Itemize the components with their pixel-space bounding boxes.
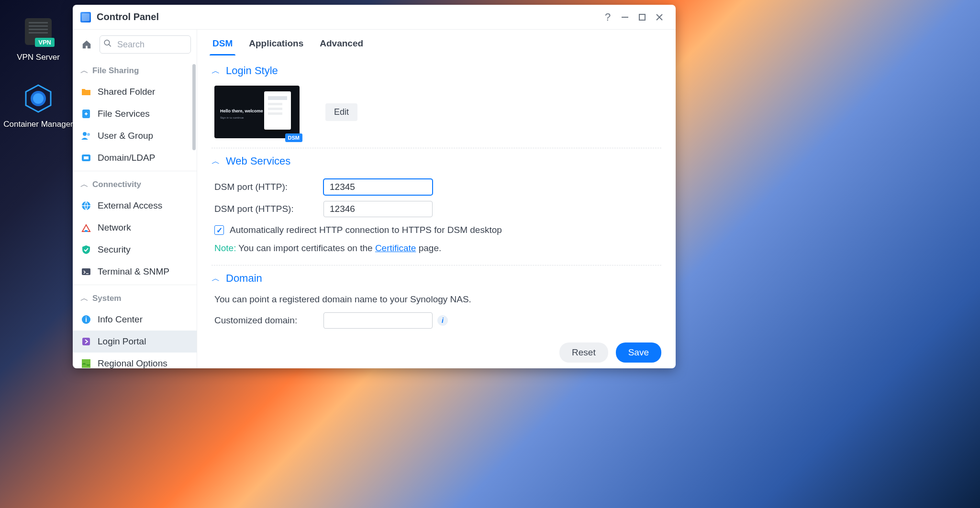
search-input[interactable]: [100, 35, 191, 54]
sidebar-item-terminal-snmp[interactable]: Terminal & SNMP: [73, 261, 197, 283]
svg-point-2: [33, 93, 44, 104]
certificate-link[interactable]: Certificate: [375, 243, 416, 253]
chevron-up-icon: ︿: [212, 155, 220, 167]
svg-rect-14: [82, 268, 90, 275]
chevron-up-icon: ︿: [212, 65, 220, 77]
svg-point-9: [87, 133, 90, 136]
tab-applications[interactable]: Applications: [248, 34, 304, 55]
shield-icon: [80, 244, 92, 255]
section-domain: ︿ Domain You can point a registered doma…: [212, 265, 661, 337]
svg-rect-17: [82, 338, 90, 345]
svg-point-8: [83, 132, 87, 136]
info-icon: i: [80, 314, 92, 325]
customized-domain-input[interactable]: [323, 312, 433, 329]
folder-icon: [80, 86, 92, 98]
sidebar-item-label: Login Portal: [98, 336, 146, 347]
section-title: Domain: [226, 272, 262, 285]
https-port-input[interactable]: [323, 201, 433, 217]
customized-domain-label: Customized domain:: [214, 315, 323, 326]
network-icon: [80, 222, 92, 233]
desktop-icon-container-manager[interactable]: Container Manager: [5, 81, 72, 129]
help-button[interactable]: ?: [599, 9, 616, 26]
sidebar-item-shared-folder[interactable]: Shared Folder: [73, 81, 197, 103]
sidebar-group-system[interactable]: ︿ System: [73, 287, 197, 309]
sidebar-item-security[interactable]: Security: [73, 239, 197, 261]
chevron-up-icon: ︿: [212, 273, 220, 284]
sidebar-item-info-center[interactable]: i Info Center: [73, 309, 197, 331]
tab-dsm[interactable]: DSM: [212, 34, 234, 55]
login-portal-icon: [80, 336, 92, 347]
sidebar: ︿ File Sharing Shared Folder File Servic…: [73, 30, 197, 368]
search-field: [100, 35, 191, 54]
sidebar-item-label: File Services: [98, 109, 150, 119]
section-title: Web Services: [226, 155, 290, 167]
window-title: Control Panel: [97, 11, 159, 22]
sidebar-group-connectivity[interactable]: ︿ Connectivity: [73, 173, 197, 195]
edit-login-style-button[interactable]: Edit: [325, 103, 357, 121]
search-icon: [103, 39, 112, 50]
svg-point-5: [104, 40, 110, 45]
vpn-server-icon: VPN: [21, 14, 56, 49]
svg-rect-3: [622, 17, 628, 18]
svg-rect-13: [85, 230, 88, 232]
domain-info-icon[interactable]: i: [437, 315, 448, 326]
home-icon: [81, 39, 92, 50]
http-port-input[interactable]: [323, 179, 433, 195]
section-login-style: ︿ Login Style Hello there, welcome Sign …: [212, 58, 661, 148]
section-title: Login Style: [226, 65, 278, 77]
sidebar-item-label: Domain/LDAP: [98, 153, 155, 163]
sidebar-item-label: Shared Folder: [98, 87, 155, 97]
terminal-icon: [80, 266, 92, 277]
close-button[interactable]: [651, 9, 668, 26]
file-services-icon: [80, 108, 92, 120]
redirect-https-label: Automatically redirect HTTP connection t…: [230, 225, 502, 235]
sidebar-group-file-sharing[interactable]: ︿ File Sharing: [73, 59, 197, 81]
section-header-login-style[interactable]: ︿ Login Style: [212, 65, 661, 77]
home-button[interactable]: [78, 36, 95, 53]
sidebar-item-label: Terminal & SNMP: [98, 266, 169, 277]
sidebar-item-label: Security: [98, 244, 131, 255]
https-port-label: DSM port (HTTPS):: [214, 204, 323, 214]
sidebar-scrollbar[interactable]: [192, 64, 196, 150]
login-style-preview[interactable]: Hello there, welcome Sign in to continue…: [214, 86, 300, 138]
sidebar-item-label: Info Center: [98, 314, 143, 325]
footer: Reset Save: [197, 337, 676, 368]
desktop-icon-vpn-server[interactable]: VPN VPN Server: [5, 14, 72, 62]
user-group-icon: [80, 130, 92, 142]
redirect-https-checkbox[interactable]: [214, 225, 224, 235]
svg-rect-4: [639, 14, 645, 20]
tab-advanced[interactable]: Advanced: [319, 34, 364, 55]
sidebar-item-domain-ldap[interactable]: Domain/LDAP: [73, 147, 197, 169]
save-button[interactable]: Save: [616, 342, 661, 363]
chevron-up-icon: ︿: [80, 179, 89, 190]
svg-rect-11: [84, 156, 89, 159]
titlebar: Control Panel ?: [73, 5, 676, 30]
tabs: DSM Applications Advanced: [197, 30, 676, 56]
reset-button[interactable]: Reset: [559, 342, 608, 363]
regional-icon: [80, 358, 92, 368]
http-port-label: DSM port (HTTP):: [214, 182, 323, 192]
minimize-button[interactable]: [616, 9, 634, 26]
section-header-web-services[interactable]: ︿ Web Services: [212, 155, 661, 167]
desktop-icon-label: VPN Server: [17, 53, 60, 62]
sidebar-item-label: User & Group: [98, 131, 153, 141]
chevron-up-icon: ︿: [80, 65, 89, 76]
sidebar-item-label: Network: [98, 222, 131, 233]
sidebar-item-login-portal[interactable]: Login Portal: [73, 331, 197, 353]
domain-description: You can point a registered domain name t…: [214, 293, 658, 309]
dsm-badge: DSM: [285, 133, 302, 142]
sidebar-item-label: Regional Options: [98, 358, 167, 368]
section-web-services: ︿ Web Services DSM port (HTTP): DSM port…: [212, 148, 661, 265]
sidebar-item-regional-options[interactable]: Regional Options: [73, 353, 197, 368]
sidebar-item-network[interactable]: Network: [73, 217, 197, 239]
sidebar-item-user-group[interactable]: User & Group: [73, 125, 197, 147]
sidebar-item-external-access[interactable]: External Access: [73, 195, 197, 217]
domain-ldap-icon: [80, 152, 92, 164]
control-panel-icon: [80, 12, 91, 22]
globe-icon: [80, 200, 92, 211]
svg-line-6: [109, 44, 111, 47]
certificate-note: Note: You can import certificates on the…: [214, 238, 658, 255]
section-header-domain[interactable]: ︿ Domain: [212, 272, 661, 285]
maximize-button[interactable]: [634, 9, 651, 26]
sidebar-item-file-services[interactable]: File Services: [73, 103, 197, 125]
